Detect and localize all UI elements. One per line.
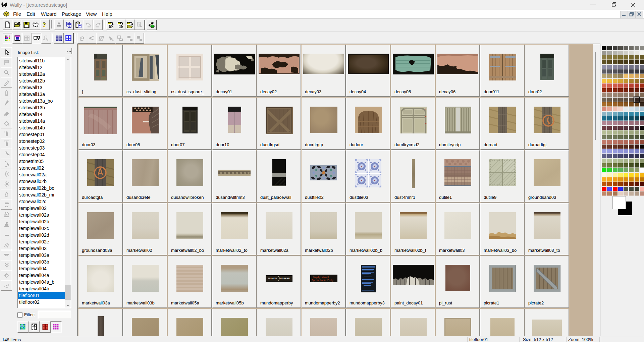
svg-text:?: ? <box>43 22 46 28</box>
svg-text:Map by: MulocK: Map by: MulocK <box>313 276 329 279</box>
svg-text:MUNDO: MUNDO <box>268 277 277 280</box>
svg-text:Special thanks: Puchy: Special thanks: Puchy <box>312 279 334 282</box>
svg-text:MAPPER: MAPPER <box>280 277 290 280</box>
